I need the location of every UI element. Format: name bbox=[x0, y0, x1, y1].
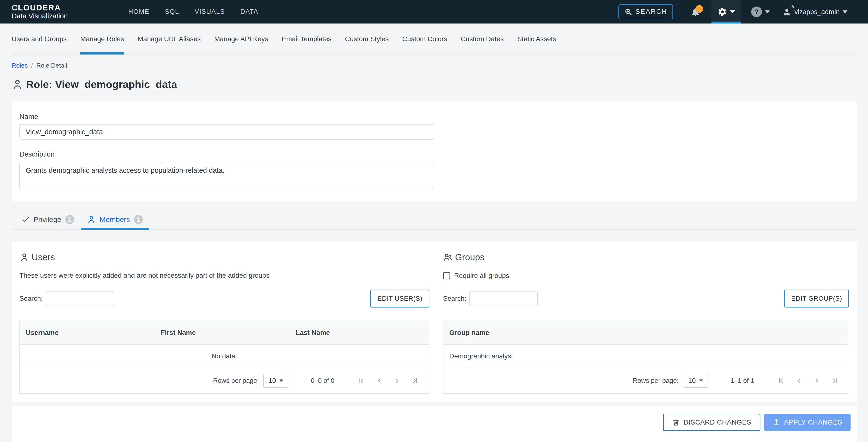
name-label: Name bbox=[20, 113, 849, 121]
apply-changes-button[interactable]: APPLY CHANGES bbox=[764, 414, 850, 431]
admin-star-icon: * bbox=[791, 4, 794, 12]
groups-table-footer: Rows per page: 10 1–1 of 1 bbox=[443, 368, 848, 393]
groups-table-header: Group name bbox=[443, 321, 848, 345]
users-col-username: Username bbox=[20, 329, 155, 337]
next-page-button[interactable] bbox=[394, 377, 401, 384]
subnav-manage-api-keys[interactable]: Manage API Keys bbox=[214, 24, 268, 55]
users-note: These users were explicitly added and ar… bbox=[20, 272, 429, 280]
groups-col-group-name: Group name bbox=[443, 329, 848, 337]
search-button[interactable]: SEARCH bbox=[618, 4, 674, 20]
users-heading-text: Users bbox=[31, 252, 55, 262]
groups-pagination-range: 1–1 of 1 bbox=[731, 377, 754, 385]
nav-item-data[interactable]: DATA bbox=[240, 8, 258, 15]
members-panel: Users These users were explicitly added … bbox=[12, 242, 857, 403]
users-rows-per-page-value: 10 bbox=[269, 377, 276, 385]
subnav-manage-roles[interactable]: Manage Roles bbox=[80, 24, 124, 55]
settings-menu[interactable] bbox=[711, 0, 741, 24]
notification-dot bbox=[695, 5, 703, 13]
person-icon bbox=[12, 79, 23, 90]
subnav-manage-url-aliases[interactable]: Manage URL Aliases bbox=[137, 24, 200, 55]
role-description-textarea[interactable]: Grants demographic analysts access to po… bbox=[20, 162, 434, 190]
first-page-icon bbox=[358, 377, 365, 384]
role-detail-tabs: Privilege 1 Members 1 bbox=[12, 209, 857, 230]
discard-changes-button[interactable]: DISCARD CHANGES bbox=[663, 414, 761, 431]
groups-table: Group name Demographic analyst Rows per … bbox=[443, 321, 849, 394]
users-table: Username First Name Last Name No data. R… bbox=[20, 321, 429, 394]
top-navbar: CLOUDERA Data Visualization HOME SQL VIS… bbox=[0, 0, 868, 24]
previous-page-button[interactable] bbox=[795, 377, 803, 384]
edit-users-button[interactable]: EDIT USER(S) bbox=[370, 290, 429, 308]
nav-item-sql[interactable]: SQL bbox=[165, 8, 179, 15]
help-menu[interactable]: ? bbox=[751, 6, 770, 17]
require-all-groups-checkbox[interactable] bbox=[443, 272, 450, 279]
privilege-count-badge: 1 bbox=[65, 215, 74, 224]
check-icon bbox=[21, 215, 30, 224]
require-all-groups-row: Require all groups bbox=[443, 272, 849, 280]
subnav-custom-colors[interactable]: Custom Colors bbox=[402, 24, 447, 55]
help-icon: ? bbox=[751, 6, 762, 17]
groups-section: Groups Require all groups Search: EDIT G… bbox=[443, 252, 849, 394]
tab-members[interactable]: Members 1 bbox=[81, 209, 149, 230]
search-plus-icon bbox=[624, 8, 632, 16]
cloudera-logo[interactable]: CLOUDERA Data Visualization bbox=[0, 0, 68, 24]
members-count-badge: 1 bbox=[134, 215, 143, 224]
person-icon bbox=[20, 253, 29, 262]
users-rows-per-page-select[interactable]: 10 bbox=[263, 374, 288, 388]
users-pager bbox=[358, 377, 419, 384]
description-label: Description bbox=[20, 150, 849, 158]
last-page-button[interactable] bbox=[831, 377, 838, 384]
trash-icon bbox=[672, 418, 680, 426]
last-page-icon bbox=[411, 377, 419, 384]
users-table-header: Username First Name Last Name bbox=[20, 321, 429, 345]
breadcrumb-roles-link[interactable]: Roles bbox=[12, 62, 28, 69]
subnav-custom-styles[interactable]: Custom Styles bbox=[345, 24, 389, 55]
users-pagination-range: 0–0 of 0 bbox=[311, 377, 334, 385]
users-heading: Users bbox=[20, 252, 429, 262]
user-menu[interactable]: * vizapps_admin bbox=[782, 7, 847, 17]
navbar-right-cluster: SEARCH ? * vizapps_admin bbox=[618, 0, 868, 24]
first-page-icon bbox=[777, 377, 785, 384]
first-page-button[interactable] bbox=[358, 377, 365, 384]
groups-search-label: Search: bbox=[443, 295, 466, 303]
edit-groups-button[interactable]: EDIT GROUP(S) bbox=[784, 290, 849, 308]
users-section: Users These users were explicitly added … bbox=[20, 252, 429, 394]
discard-changes-label: DISCARD CHANGES bbox=[684, 418, 751, 426]
nav-item-home[interactable]: HOME bbox=[128, 8, 150, 15]
last-page-button[interactable] bbox=[411, 377, 419, 384]
users-col-first-name: First Name bbox=[155, 329, 290, 337]
nav-item-visuals[interactable]: VISUALS bbox=[194, 8, 225, 15]
users-search-input[interactable] bbox=[46, 291, 114, 306]
users-col-last-name: Last Name bbox=[290, 329, 429, 337]
upload-icon bbox=[773, 418, 780, 426]
subnav-users-and-groups[interactable]: Users and Groups bbox=[12, 24, 67, 55]
chevron-down-icon bbox=[842, 10, 847, 13]
breadcrumb: Roles / Role Detail bbox=[12, 62, 857, 69]
groups-rows-per-page-value: 10 bbox=[688, 377, 696, 385]
chevron-down-icon bbox=[279, 379, 283, 382]
notifications-button[interactable] bbox=[691, 7, 700, 17]
users-search-row: Search: EDIT USER(S) bbox=[20, 290, 429, 308]
gear-icon bbox=[717, 7, 727, 17]
subnav-static-assets[interactable]: Static Assets bbox=[517, 24, 556, 55]
groups-rows-per-page-select[interactable]: 10 bbox=[683, 374, 708, 388]
groups-heading: Groups bbox=[443, 252, 849, 262]
groups-search-input[interactable] bbox=[469, 291, 538, 306]
role-form-card: Name Description Grants demographic anal… bbox=[12, 101, 857, 201]
first-page-button[interactable] bbox=[777, 377, 785, 384]
users-table-footer: Rows per page: 10 0–0 of 0 bbox=[20, 368, 429, 393]
subnav-custom-dates[interactable]: Custom Dates bbox=[461, 24, 503, 55]
username-label: vizapps_admin bbox=[794, 8, 840, 16]
chevron-right-icon bbox=[813, 377, 820, 384]
apply-changes-label: APPLY CHANGES bbox=[784, 418, 842, 426]
subnav-email-templates[interactable]: Email Templates bbox=[282, 24, 332, 55]
previous-page-button[interactable] bbox=[376, 377, 383, 384]
breadcrumb-current: Role Detail bbox=[36, 62, 67, 69]
next-page-button[interactable] bbox=[813, 377, 820, 384]
chevron-right-icon bbox=[394, 377, 401, 384]
group-row-demographic-analyst: Demographic analyst bbox=[443, 345, 848, 368]
user-avatar-icon: * bbox=[782, 7, 792, 17]
tab-privilege[interactable]: Privilege 1 bbox=[15, 209, 81, 230]
groups-heading-text: Groups bbox=[455, 252, 485, 262]
require-all-groups-label: Require all groups bbox=[454, 272, 509, 280]
role-name-input[interactable] bbox=[20, 124, 434, 139]
